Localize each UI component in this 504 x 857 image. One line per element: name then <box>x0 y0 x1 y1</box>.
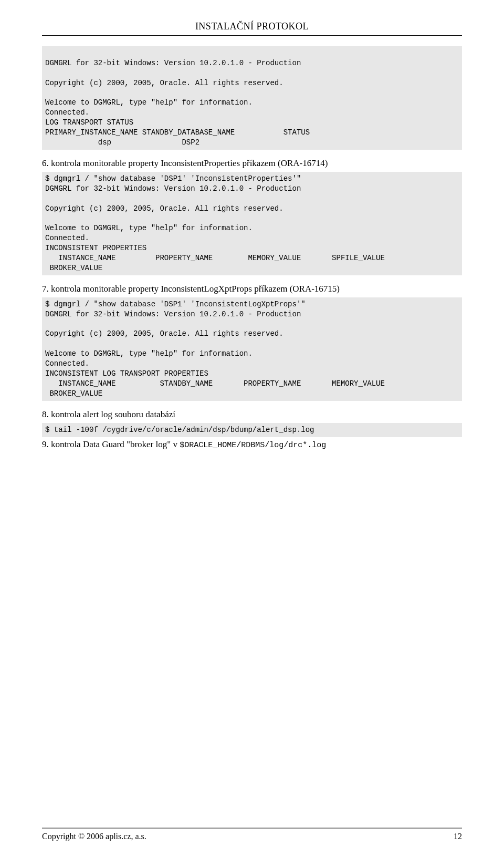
item-9-prefix: 9. kontrola Data Guard "broker log" v <box>42 439 180 449</box>
page-header-title: INSTALAČNÍ PROTOKOL <box>42 21 462 36</box>
page-footer: Copyright © 2006 aplis.cz, a.s. 12 <box>42 828 462 841</box>
item-9-path: $ORACLE_HOME/RDBMS/log/drc*.log <box>180 441 326 450</box>
item-7-heading: 7. kontrola monitorable property Inconsi… <box>42 284 462 294</box>
footer-page-number: 12 <box>454 832 462 841</box>
code-block-4: $ tail -100f /cygdrive/c/oracle/admin/ds… <box>42 423 462 437</box>
code-block-1: DGMGRL for 32-bit Windows: Version 10.2.… <box>42 46 462 150</box>
footer-copyright: Copyright © 2006 aplis.cz, a.s. <box>42 832 146 841</box>
item-6-heading: 6. kontrola monitorable property Inconsi… <box>42 158 462 169</box>
item-8-heading: 8. kontrola alert log souboru databází <box>42 409 462 420</box>
code-block-3: $ dgmgrl / "show database 'DSP1' 'Incons… <box>42 297 462 401</box>
code-block-2: $ dgmgrl / "show database 'DSP1' 'Incons… <box>42 172 462 275</box>
item-9-line: 9. kontrola Data Guard "broker log" v $O… <box>42 439 462 450</box>
